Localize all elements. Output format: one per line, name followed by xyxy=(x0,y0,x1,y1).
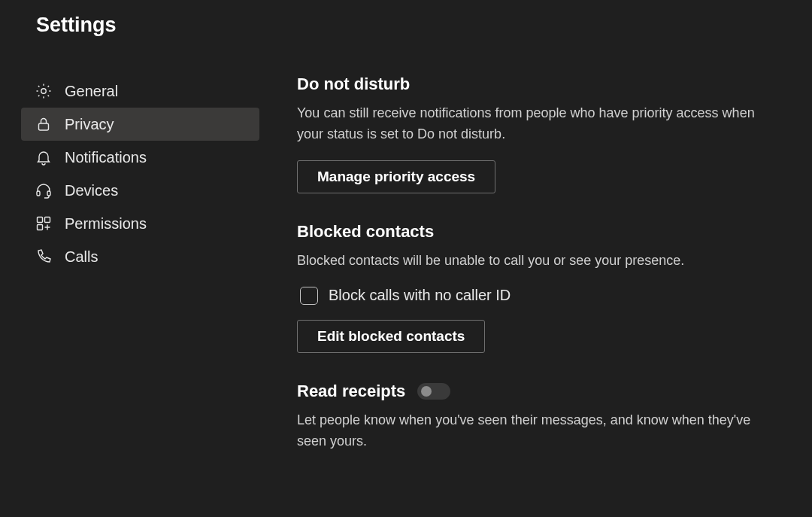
sidebar-item-privacy[interactable]: Privacy xyxy=(21,108,259,141)
settings-sidebar: General Privacy Notifications xyxy=(0,75,259,480)
svg-point-0 xyxy=(41,89,46,93)
read-receipts-header: Read receipts xyxy=(297,382,767,401)
phone-icon xyxy=(35,248,53,266)
sidebar-item-devices[interactable]: Devices xyxy=(21,174,259,207)
read-receipts-description: Let people know when you've seen their m… xyxy=(297,410,763,452)
toggle-knob xyxy=(421,386,432,397)
blocked-description: Blocked contacts will be unable to call … xyxy=(297,251,763,272)
sidebar-item-label: Permissions xyxy=(65,215,147,233)
block-no-caller-id-row[interactable]: Block calls with no caller ID xyxy=(297,287,767,305)
section-blocked-contacts: Blocked contacts Blocked contacts will b… xyxy=(297,222,767,353)
sidebar-item-permissions[interactable]: Permissions xyxy=(21,207,259,240)
apps-icon xyxy=(35,214,53,233)
dnd-description: You can still receive notifications from… xyxy=(297,103,763,145)
settings-container: General Privacy Notifications xyxy=(0,75,812,480)
headset-icon xyxy=(35,181,53,199)
block-no-caller-id-checkbox[interactable] xyxy=(300,287,318,305)
svg-rect-6 xyxy=(38,225,43,230)
block-no-caller-id-label: Block calls with no caller ID xyxy=(329,287,511,304)
manage-priority-access-button[interactable]: Manage priority access xyxy=(297,160,495,193)
sidebar-item-label: Devices xyxy=(65,182,118,199)
edit-blocked-contacts-button[interactable]: Edit blocked contacts xyxy=(297,320,485,353)
settings-main: Do not disturb You can still receive not… xyxy=(259,75,812,480)
svg-rect-5 xyxy=(45,217,50,223)
dnd-title: Do not disturb xyxy=(297,75,767,94)
sidebar-item-notifications[interactable]: Notifications xyxy=(21,141,259,174)
svg-rect-2 xyxy=(37,191,40,196)
sidebar-item-label: General xyxy=(65,83,118,100)
sidebar-item-general[interactable]: General xyxy=(21,75,259,108)
svg-rect-1 xyxy=(39,123,49,130)
read-receipts-toggle[interactable] xyxy=(417,383,450,400)
sidebar-item-label: Notifications xyxy=(65,149,147,166)
svg-rect-3 xyxy=(47,191,50,196)
blocked-title: Blocked contacts xyxy=(297,222,767,242)
read-receipts-title: Read receipts xyxy=(297,382,405,401)
lock-icon xyxy=(35,115,53,133)
bell-icon xyxy=(35,148,53,166)
sidebar-item-label: Privacy xyxy=(65,116,114,133)
sidebar-item-calls[interactable]: Calls xyxy=(21,240,259,273)
sidebar-item-label: Calls xyxy=(65,248,98,266)
gear-icon xyxy=(35,82,53,100)
section-do-not-disturb: Do not disturb You can still receive not… xyxy=(297,75,767,193)
section-read-receipts: Read receipts Let people know when you'v… xyxy=(297,382,767,452)
page-title: Settings xyxy=(0,0,812,37)
svg-rect-4 xyxy=(38,217,43,223)
